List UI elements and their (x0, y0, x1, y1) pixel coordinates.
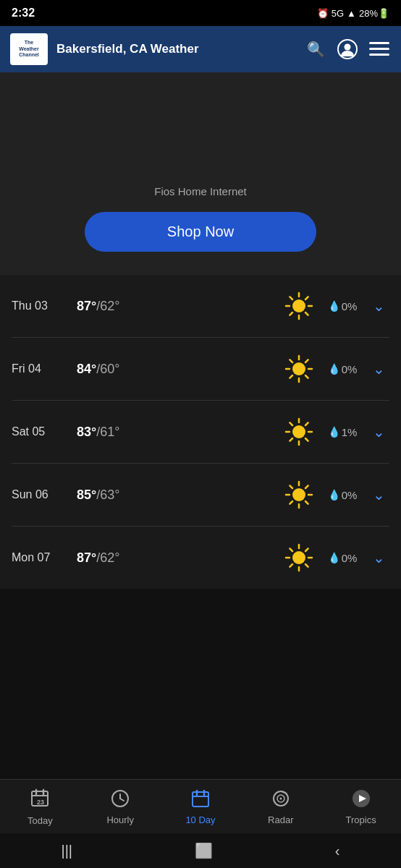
forecast-temps-4: 87°/62° (77, 550, 281, 566)
svg-line-30 (305, 422, 308, 425)
forecast-low-2: /61° (96, 425, 119, 439)
svg-rect-3 (369, 48, 389, 50)
expand-icon-0[interactable]: ⌄ (368, 297, 389, 315)
forecast-temps-3: 85°/63° (77, 488, 281, 503)
forecast-icon-0 (281, 288, 317, 324)
svg-point-1 (345, 44, 351, 51)
svg-point-64 (279, 798, 282, 800)
svg-line-57 (120, 799, 124, 801)
forecast-day-0: Thu 03 (12, 299, 77, 312)
forecast-precip-4: 💧 0% (317, 552, 368, 564)
svg-point-14 (292, 362, 305, 375)
nav-label-hourly: Hourly (106, 814, 134, 825)
forecast-precip-1: 💧 0% (317, 363, 368, 375)
nav-label-10day: 10 Day (185, 814, 215, 825)
forecast-precip-2: 💧 1% (317, 426, 368, 438)
svg-line-38 (305, 501, 308, 504)
svg-point-41 (292, 551, 305, 564)
network-label: 5G (332, 8, 344, 19)
forecast-day-3: Sun 06 (12, 488, 77, 501)
status-time: 2:32 (12, 7, 35, 20)
svg-rect-2 (369, 42, 389, 44)
forecast-row-mon[interactable]: Mon 07 87°/62° 💧 0% (12, 527, 389, 589)
forecast-high-3: 85° (77, 488, 96, 502)
forecast-low-1: /60° (96, 362, 119, 376)
twc-logo[interactable]: The Weather Channel (10, 33, 48, 65)
status-icons: ⏰ 5G ▲ 28%🔋 (317, 8, 389, 19)
svg-line-49 (290, 564, 292, 567)
search-icon[interactable]: 🔍 (304, 38, 327, 61)
nav-item-10day[interactable]: 10 Day (161, 780, 241, 833)
nav-item-hourly[interactable]: Hourly (80, 780, 161, 833)
expand-icon-2[interactable]: ⌄ (368, 423, 389, 441)
nav-label-today: Today (28, 815, 53, 826)
battery-label: 28%🔋 (359, 8, 389, 19)
svg-point-23 (292, 425, 305, 438)
android-back-btn[interactable]: ‹ (335, 843, 340, 859)
forecast-day-4: Mon 07 (12, 551, 77, 564)
signal-icon: ▲ (347, 8, 356, 19)
shop-now-button[interactable]: Shop Now (85, 212, 316, 252)
user-icon[interactable] (336, 38, 359, 61)
raindrop-icon-1: 💧 (328, 363, 340, 375)
alarm-icon: ⏰ (317, 8, 329, 19)
svg-line-13 (290, 312, 292, 315)
forecast-precip-0: 💧 0% (317, 300, 368, 312)
forecast-low-0: /62° (96, 299, 119, 313)
svg-line-20 (305, 375, 308, 378)
ad-banner: Fios Home Internet Shop Now (0, 72, 401, 275)
nav-item-today[interactable]: 23 Today (0, 780, 80, 833)
svg-line-40 (290, 501, 292, 504)
menu-icon[interactable] (368, 38, 391, 61)
forecast-high-0: 87° (77, 299, 96, 313)
forecast-icon-1 (281, 351, 317, 387)
forecast-icon-4 (281, 540, 317, 576)
raindrop-icon-3: 💧 (328, 489, 340, 501)
play-icon (352, 789, 371, 811)
svg-line-21 (305, 359, 308, 362)
forecast-day-1: Fri 04 (12, 362, 77, 375)
forecast-temps-2: 83°/61° (77, 425, 281, 440)
svg-rect-4 (369, 54, 389, 56)
expand-icon-4[interactable]: ⌄ (368, 549, 389, 566)
svg-rect-58 (193, 792, 208, 807)
svg-line-39 (305, 485, 308, 488)
raindrop-icon-4: 💧 (328, 552, 340, 563)
android-menu-btn[interactable]: ||| (61, 843, 72, 859)
android-home-btn[interactable]: ⬜ (195, 842, 213, 859)
forecast-icon-3 (281, 477, 317, 513)
nav-item-tropics[interactable]: Tropics (321, 780, 401, 833)
twc-logo-text: The Weather Channel (19, 40, 39, 58)
svg-line-28 (290, 422, 292, 425)
svg-line-29 (305, 438, 308, 441)
raindrop-icon-0: 💧 (328, 300, 340, 312)
svg-line-31 (290, 438, 292, 441)
expand-icon-3[interactable]: ⌄ (368, 486, 389, 503)
forecast-row-fri[interactable]: Fri 04 84°/60° 💧 0% (12, 338, 389, 401)
svg-text:23: 23 (37, 799, 44, 806)
forecast-low-3: /63° (96, 488, 119, 502)
svg-point-5 (292, 299, 305, 312)
forecast-day-2: Sat 05 (12, 425, 77, 438)
svg-line-10 (290, 297, 292, 299)
forecast-row-thu[interactable]: Thu 03 87°/62° 💧 0% (12, 275, 389, 338)
nav-label-tropics: Tropics (346, 814, 376, 825)
forecast-row-sun[interactable]: Sun 06 85°/63° 💧 0% (12, 464, 389, 527)
forecast-icon-2 (281, 414, 317, 450)
android-nav-bar: ||| ⬜ ‹ (0, 833, 401, 868)
app-header: The Weather Channel Bakersfield, CA Weat… (0, 26, 401, 72)
location-label: Bakersfield, CA Weather (56, 42, 295, 56)
radar-icon (271, 789, 290, 811)
raindrop-icon-2: 💧 (328, 426, 340, 438)
status-bar: 2:32 ⏰ 5G ▲ 28%🔋 (0, 0, 401, 26)
nav-item-radar[interactable]: Radar (240, 780, 321, 833)
forecast-row-sat[interactable]: Sat 05 83°/61° 💧 1% (12, 401, 389, 464)
clock-icon (111, 789, 130, 811)
forecast-high-4: 87° (77, 550, 96, 565)
forecast-precip-3: 💧 0% (317, 489, 368, 501)
svg-point-32 (292, 488, 305, 501)
bottom-nav: 23 Today Hourly 10 Day (0, 779, 401, 833)
svg-line-37 (290, 485, 292, 488)
expand-icon-1[interactable]: ⌄ (368, 360, 389, 378)
forecast-list: Thu 03 87°/62° 💧 0% (0, 275, 401, 589)
